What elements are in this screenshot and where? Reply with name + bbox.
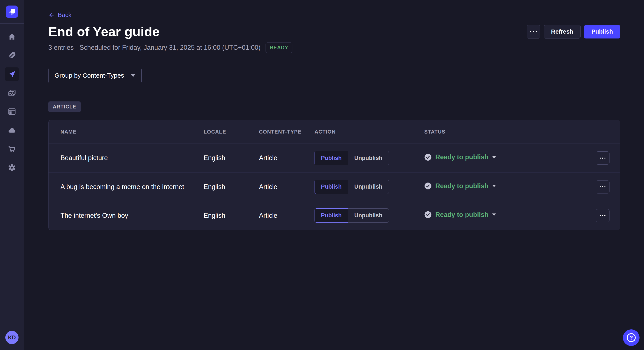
back-arrow-icon [48, 12, 55, 18]
entry-name: A bug is becoming a meme on the internet [60, 183, 204, 191]
row-status-label: Ready to publish [435, 153, 488, 161]
help-button[interactable]: ? [623, 329, 640, 346]
sidebar-item-content-manager[interactable] [5, 49, 19, 62]
column-header-action: ACTION [314, 129, 424, 135]
group-by-select[interactable]: Group by Content-Types [48, 68, 142, 83]
paper-plane-icon [8, 70, 16, 78]
status-badge: READY [266, 42, 292, 53]
sidebar-nav [5, 30, 19, 175]
home-icon [8, 32, 16, 41]
chevron-down-icon [492, 185, 496, 187]
strapi-logo-icon[interactable] [6, 5, 18, 18]
cart-icon [8, 145, 16, 153]
row-status-label: Ready to publish [435, 182, 488, 190]
sidebar-item-settings[interactable] [5, 161, 19, 175]
cloud-icon [8, 126, 16, 135]
check-circle-icon [424, 154, 432, 161]
title-row: End of Year guide Refresh Publish [48, 24, 620, 39]
entry-content-type: Article [259, 212, 314, 219]
row-status-button[interactable]: Ready to publish [424, 211, 496, 219]
entry-locale: English [204, 212, 259, 219]
ellipsis-icon [600, 215, 606, 216]
subtitle-row: 3 entries - Scheduled for Friday, Januar… [48, 42, 620, 53]
column-header-status: STATUS [424, 129, 596, 135]
entry-content-type: Article [259, 183, 314, 191]
entry-locale: English [204, 154, 259, 162]
row-status-button[interactable]: Ready to publish [424, 182, 496, 190]
media-library-icon [8, 89, 16, 97]
sidebar-item-deploy[interactable] [5, 124, 19, 137]
release-summary: 3 entries - Scheduled for Friday, Januar… [48, 44, 260, 51]
back-label: Back [58, 11, 71, 18]
strapi-logo-glyph [6, 5, 18, 18]
group-by-label: Group by Content-Types [54, 72, 124, 79]
table-row: Beautiful picture English Article Publis… [48, 144, 620, 173]
publish-button[interactable]: Publish [584, 25, 620, 38]
row-status-label: Ready to publish [435, 211, 488, 219]
chevron-down-icon [492, 213, 496, 216]
ellipsis-icon [600, 186, 606, 187]
main-content: Back End of Year guide Refresh Publish 3… [24, 0, 644, 230]
page-title: End of Year guide [48, 24, 160, 39]
table-header-row: NAME LOCALE CONTENT-TYPE ACTION STATUS [48, 120, 620, 144]
check-circle-icon [424, 182, 432, 190]
sidebar-footer: KD [0, 325, 24, 350]
chevron-down-icon [131, 74, 136, 77]
column-header-name: NAME [60, 129, 204, 135]
feather-icon [8, 51, 16, 60]
check-circle-icon [424, 211, 432, 218]
entries-table: NAME LOCALE CONTENT-TYPE ACTION STATUS B… [48, 120, 620, 230]
refresh-button[interactable]: Refresh [544, 25, 580, 38]
row-more-button[interactable] [596, 180, 610, 193]
content-type-group-chip: ARTICLE [48, 101, 81, 112]
sidebar-logo-area [0, 0, 24, 24]
entry-name: The internet's Own boy [60, 212, 204, 219]
action-toggle: Publish Unpublish [314, 151, 389, 165]
header-actions: Refresh Publish [527, 25, 620, 38]
sidebar-item-home[interactable] [5, 30, 19, 44]
action-toggle: Publish Unpublish [314, 180, 389, 194]
question-mark-icon: ? [627, 333, 636, 342]
row-publish-button[interactable]: Publish [314, 208, 348, 223]
ellipsis-icon [530, 31, 537, 32]
chevron-down-icon [492, 156, 496, 159]
row-more-button[interactable] [596, 209, 610, 222]
action-toggle: Publish Unpublish [314, 208, 389, 223]
column-header-locale: LOCALE [204, 129, 259, 135]
layout-icon [8, 107, 16, 116]
entry-content-type: Article [259, 154, 314, 162]
entry-name: Beautiful picture [60, 154, 204, 162]
row-unpublish-button[interactable]: Unpublish [348, 151, 389, 165]
sidebar-item-marketplace[interactable] [5, 142, 19, 156]
row-unpublish-button[interactable]: Unpublish [348, 180, 389, 194]
column-header-content-type: CONTENT-TYPE [259, 129, 314, 135]
user-avatar[interactable]: KD [5, 331, 18, 344]
sidebar-item-media-library[interactable] [5, 86, 19, 100]
sidebar-item-releases[interactable] [5, 67, 19, 81]
gear-icon [8, 164, 16, 172]
ellipsis-icon [600, 158, 606, 159]
row-more-button[interactable] [596, 151, 610, 165]
row-status-button[interactable]: Ready to publish [424, 153, 496, 161]
row-publish-button[interactable]: Publish [314, 180, 348, 194]
back-link[interactable]: Back [48, 11, 71, 18]
sidebar-item-content-type-builder[interactable] [5, 105, 19, 118]
more-actions-button[interactable] [527, 25, 540, 38]
sidebar: KD [0, 0, 24, 350]
table-row: The internet's Own boy English Article P… [48, 201, 620, 230]
entry-locale: English [204, 183, 259, 191]
table-row: A bug is becoming a meme on the internet… [48, 173, 620, 201]
row-publish-button[interactable]: Publish [314, 151, 348, 165]
row-unpublish-button[interactable]: Unpublish [348, 208, 389, 223]
